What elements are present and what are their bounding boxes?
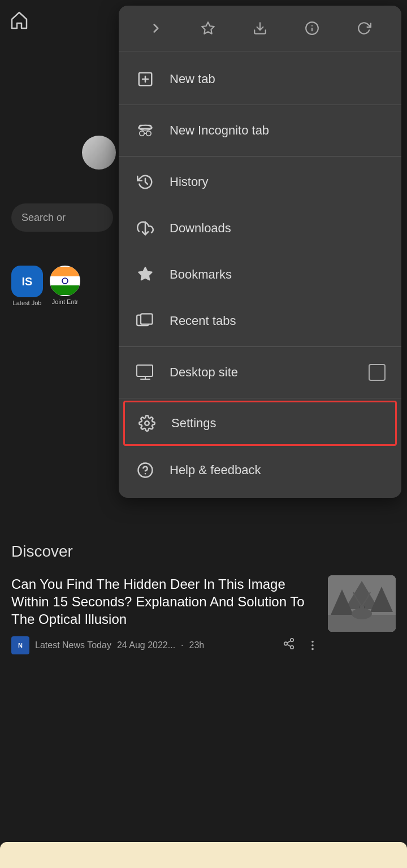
- download-toolbar-icon[interactable]: [248, 16, 272, 41]
- refresh-toolbar-icon[interactable]: [352, 16, 376, 41]
- divider-4: [119, 398, 401, 398]
- history-label: History: [170, 175, 386, 189]
- downloads-icon: [135, 218, 156, 239]
- divider-2: [119, 156, 401, 157]
- menu-toolbar: [119, 6, 401, 51]
- help-icon: [135, 459, 156, 481]
- discover-section: Discover Can You Find The Hidden Deer In…: [0, 537, 407, 663]
- dropdown-menu: New tab New Incognito tab: [119, 6, 401, 498]
- divider-1: [119, 105, 401, 105]
- svg-line-8: [287, 641, 291, 643]
- svg-point-36: [146, 131, 151, 136]
- svg-point-11: [311, 648, 314, 650]
- menu-items-list: New tab New Incognito tab: [119, 51, 401, 498]
- svg-point-45: [145, 421, 149, 426]
- svg-marker-39: [138, 267, 151, 280]
- new-tab-label: New tab: [170, 72, 386, 86]
- incognito-label: New Incognito tab: [170, 123, 386, 138]
- home-icon-area: [9, 10, 29, 33]
- news-text-block: Can You Find The Hidden Deer In This Ima…: [11, 575, 319, 654]
- deer-thumbnail-svg: [328, 575, 396, 632]
- news-date: 24 Aug 2022...: [117, 640, 175, 650]
- svg-rect-42: [137, 365, 153, 376]
- menu-item-bookmarks[interactable]: Bookmarks: [119, 251, 401, 298]
- news-time-ago: 23h: [189, 640, 205, 650]
- home-icon: [9, 10, 29, 31]
- news-headline: Can You Find The Hidden Deer In This Ima…: [11, 575, 319, 628]
- svg-point-9: [311, 640, 314, 643]
- bookmarks-label: Bookmarks: [170, 267, 386, 282]
- search-bar[interactable]: Search or: [11, 203, 113, 232]
- recent-tabs-label: Recent tabs: [170, 314, 386, 328]
- desktop-site-checkbox[interactable]: [369, 364, 386, 381]
- shortcut-is[interactable]: IS Latest Job: [11, 266, 43, 306]
- history-icon: [135, 171, 156, 193]
- shortcut-india-label: Joint Entr: [52, 298, 78, 305]
- news-actions: [283, 637, 319, 653]
- india-flag-svg: [51, 267, 79, 295]
- menu-item-settings[interactable]: Settings: [123, 401, 397, 446]
- svg-rect-2: [51, 285, 79, 295]
- news-meta: N Latest News Today 24 Aug 2022... · 23h: [11, 636, 319, 654]
- downloads-label: Downloads: [170, 221, 386, 236]
- desktop-site-label: Desktop site: [170, 365, 369, 380]
- forward-toolbar-icon[interactable]: [144, 16, 168, 41]
- second-card-bg: [0, 842, 407, 868]
- svg-rect-0: [51, 267, 79, 276]
- settings-label: Settings: [171, 416, 384, 431]
- menu-item-new-tab[interactable]: New tab: [119, 56, 401, 102]
- info-toolbar-icon[interactable]: [300, 16, 324, 41]
- shortcut-is-label: Latest Job: [13, 300, 42, 306]
- menu-item-desktop-site[interactable]: Desktop site: [119, 349, 401, 396]
- new-tab-icon: [135, 68, 156, 90]
- menu-item-help[interactable]: Help & feedback: [119, 447, 401, 493]
- shortcuts-row: IS Latest Job Joint Entr: [11, 266, 80, 306]
- search-placeholder: Search or: [21, 212, 66, 224]
- shortcut-india[interactable]: Joint Entr: [50, 266, 80, 306]
- svg-marker-25: [202, 22, 214, 34]
- news-dot: ·: [181, 640, 183, 650]
- news-source-icon: N: [11, 636, 29, 654]
- shortcut-india-icon: [50, 266, 80, 296]
- menu-item-history[interactable]: History: [119, 159, 401, 205]
- news-thumbnail: [328, 575, 396, 632]
- news-source-initial: N: [18, 642, 23, 649]
- more-icon[interactable]: [306, 639, 319, 652]
- svg-point-10: [311, 644, 314, 646]
- shortcut-is-icon: IS: [11, 266, 43, 297]
- divider-3: [119, 346, 401, 347]
- settings-icon: [136, 413, 158, 434]
- svg-line-7: [287, 644, 291, 646]
- menu-item-downloads[interactable]: Downloads: [119, 205, 401, 251]
- recent-tabs-icon: [135, 310, 156, 332]
- share-icon[interactable]: [283, 637, 295, 653]
- incognito-icon: [135, 120, 156, 141]
- menu-item-incognito[interactable]: New Incognito tab: [119, 107, 401, 154]
- shortcut-is-text: IS: [22, 275, 33, 288]
- news-card-1[interactable]: Can You Find The Hidden Deer In This Ima…: [11, 575, 396, 654]
- svg-rect-20: [360, 606, 364, 615]
- svg-point-33: [138, 125, 152, 131]
- avatar: [82, 136, 116, 170]
- menu-item-recent-tabs[interactable]: Recent tabs: [119, 298, 401, 344]
- help-label: Help & feedback: [170, 463, 386, 478]
- discover-title: Discover: [0, 537, 407, 566]
- star-toolbar-icon[interactable]: [196, 16, 220, 41]
- news-source-name: Latest News Today: [35, 640, 111, 650]
- bookmarks-icon: [135, 264, 156, 285]
- svg-rect-41: [141, 314, 153, 324]
- svg-point-35: [140, 131, 145, 136]
- desktop-site-icon: [135, 362, 156, 383]
